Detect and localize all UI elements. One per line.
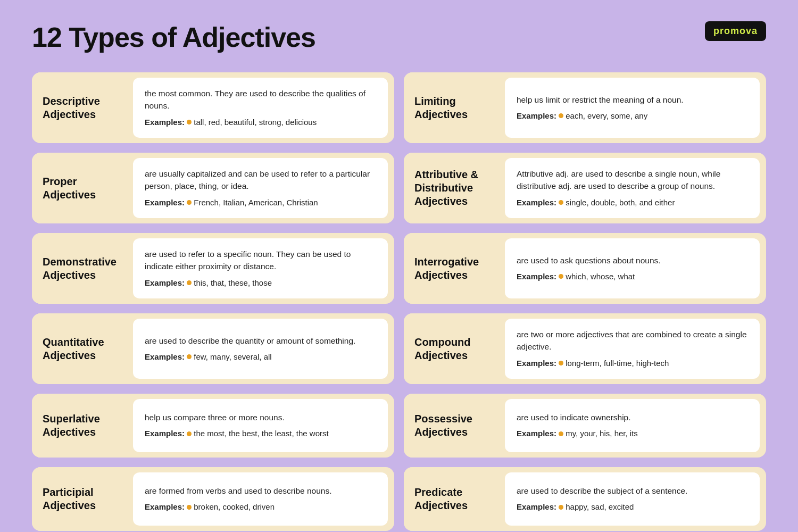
card-label: PredicateAdjectives: [404, 467, 505, 531]
examples-text: broken, cooked, driven: [194, 502, 275, 511]
card-description: are formed from verbs and used to descri…: [133, 472, 388, 526]
card-label-text: ParticipialAdjectives: [43, 486, 96, 512]
card-label-text: DescriptiveAdjectives: [43, 95, 100, 121]
card-label-text: QuantitativeAdjectives: [43, 336, 104, 362]
page-title: 12 Types of Adjectives: [32, 21, 315, 53]
adjective-card: CompoundAdjectivesare two or more adject…: [404, 313, 766, 384]
adjective-card: QuantitativeAdjectivesare used to descri…: [32, 313, 394, 384]
card-label: PossessiveAdjectives: [404, 394, 505, 458]
card-label-text: DemonstrativeAdjectives: [43, 255, 117, 282]
card-desc-text: help us compare three or more nouns.: [145, 411, 376, 423]
examples-label: Examples:: [145, 118, 187, 127]
card-description: are used to describe the subject of a se…: [505, 472, 760, 526]
examples-text: each, every, some, any: [566, 111, 647, 120]
card-description: are used to ask questions about nouns.Ex…: [505, 238, 760, 298]
card-label-text: PredicateAdjectives: [414, 486, 468, 512]
examples-text: which, whose, what: [566, 272, 635, 281]
bullet-dot: [559, 431, 563, 436]
card-description: are used to indicate ownership.Examples:…: [505, 399, 760, 452]
examples-label: Examples:: [145, 278, 187, 287]
card-desc-text: are used to ask questions about nouns.: [517, 254, 748, 267]
bullet-dot: [187, 431, 192, 436]
examples-label: Examples:: [145, 429, 187, 438]
examples-label: Examples:: [517, 198, 559, 207]
adjective-card: ProperAdjectivesare usually capitalized …: [32, 153, 394, 223]
adjective-card: ParticipialAdjectivesare formed from ver…: [32, 467, 394, 531]
card-examples: Examples: French, Italian, American, Chr…: [145, 197, 376, 209]
card-desc-text: the most common. They are used to descri…: [145, 87, 376, 112]
card-label-text: PossessiveAdjectives: [414, 412, 472, 439]
card-description: help us limit or restrict the meaning of…: [505, 78, 760, 138]
examples-label: Examples:: [517, 359, 559, 368]
examples-text: the most, the best, the least, the worst: [194, 429, 328, 438]
page-header: 12 Types of Adjectives promova: [32, 21, 766, 53]
examples-text: happy, sad, excited: [566, 502, 634, 511]
adjective-card: DemonstrativeAdjectivesare used to refer…: [32, 233, 394, 304]
card-description: Attributive adj. are used to describe a …: [505, 158, 760, 218]
examples-text: tall, red, beautiful, strong, delicious: [194, 118, 317, 127]
card-desc-text: help us limit or restrict the meaning of…: [517, 94, 748, 106]
examples-label: Examples:: [517, 502, 559, 511]
examples-text: long-term, full-time, high-tech: [566, 359, 669, 368]
adjective-card: SuperlativeAdjectiveshelp us compare thr…: [32, 394, 394, 458]
examples-text: few, many, several, all: [194, 352, 271, 361]
examples-text: French, Italian, American, Christian: [194, 198, 318, 207]
card-examples: Examples: single, double, both, and eith…: [517, 197, 748, 209]
adjective-card: Attributive &DistributiveAdjectivesAttri…: [404, 153, 766, 223]
card-desc-text: Attributive adj. are used to describe a …: [517, 168, 748, 193]
adjective-card: PredicateAdjectivesare used to describe …: [404, 467, 766, 531]
card-description: are used to describe the quantity or amo…: [133, 319, 388, 379]
card-description: the most common. They are used to descri…: [133, 78, 388, 138]
examples-text: this, that, these, those: [194, 278, 272, 287]
card-description: are two or more adjectives that are comb…: [505, 319, 760, 379]
card-label-text: Attributive &DistributiveAdjectives: [414, 168, 478, 208]
bullet-dot: [187, 505, 192, 510]
card-examples: Examples: which, whose, what: [517, 271, 748, 283]
bullet-dot: [559, 361, 563, 365]
card-examples: Examples: each, every, some, any: [517, 110, 748, 122]
card-description: help us compare three or more nouns.Exam…: [133, 399, 388, 452]
examples-label: Examples:: [145, 352, 187, 361]
adjective-card: InterrogativeAdjectivesare used to ask q…: [404, 233, 766, 304]
card-examples: Examples: tall, red, beautiful, strong, …: [145, 117, 376, 129]
card-examples: Examples: broken, cooked, driven: [145, 501, 376, 513]
card-examples: Examples: long-term, full-time, high-tec…: [517, 358, 748, 370]
card-desc-text: are used to indicate ownership.: [517, 411, 748, 423]
card-examples: Examples: few, many, several, all: [145, 351, 376, 363]
card-desc-text: are usually capitalized and can be used …: [145, 168, 376, 193]
card-label: InterrogativeAdjectives: [404, 233, 505, 304]
card-desc-text: are used to refer to a specific noun. Th…: [145, 248, 376, 273]
card-label: DescriptiveAdjectives: [32, 72, 133, 143]
adjective-card: DescriptiveAdjectivesthe most common. Th…: [32, 72, 394, 143]
card-label-text: ProperAdjectives: [43, 175, 96, 202]
examples-label: Examples:: [517, 111, 559, 120]
examples-text: my, your, his, her, its: [566, 429, 638, 438]
bullet-dot: [187, 280, 192, 285]
card-label: LimitingAdjectives: [404, 72, 505, 143]
examples-label: Examples:: [517, 429, 559, 438]
bullet-dot: [187, 120, 192, 124]
examples-label: Examples:: [145, 198, 187, 207]
card-label: DemonstrativeAdjectives: [32, 233, 133, 304]
card-label: Attributive &DistributiveAdjectives: [404, 153, 505, 223]
card-desc-text: are used to describe the subject of a se…: [517, 485, 748, 497]
cards-grid: DescriptiveAdjectivesthe most common. Th…: [32, 72, 766, 531]
card-label-text: LimitingAdjectives: [414, 95, 468, 121]
card-desc-text: are used to describe the quantity or amo…: [145, 335, 376, 347]
card-examples: Examples: the most, the best, the least,…: [145, 428, 376, 440]
bullet-dot: [187, 354, 192, 359]
adjective-card: PossessiveAdjectivesare used to indicate…: [404, 394, 766, 458]
card-description: are used to refer to a specific noun. Th…: [133, 238, 388, 298]
bullet-dot: [559, 113, 563, 118]
examples-text: single, double, both, and either: [566, 198, 675, 207]
bullet-dot: [559, 505, 563, 510]
card-examples: Examples: my, your, his, her, its: [517, 428, 748, 440]
card-examples: Examples: happy, sad, excited: [517, 501, 748, 513]
bullet-dot: [559, 274, 563, 279]
bullet-dot: [187, 200, 192, 205]
card-label: CompoundAdjectives: [404, 313, 505, 384]
card-label-text: InterrogativeAdjectives: [414, 255, 479, 282]
card-label: SuperlativeAdjectives: [32, 394, 133, 458]
logo-badge: promova: [705, 21, 766, 41]
card-description: are usually capitalized and can be used …: [133, 158, 388, 218]
